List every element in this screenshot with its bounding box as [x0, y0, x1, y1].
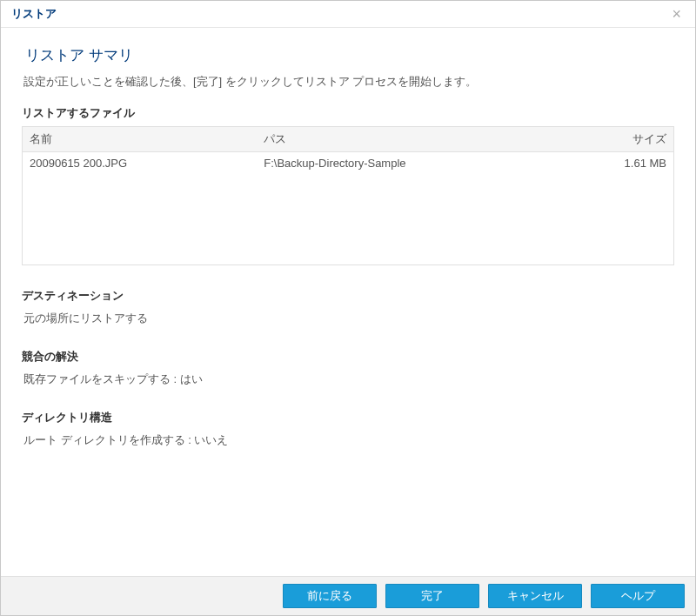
col-name[interactable]: 名前 — [23, 127, 257, 152]
destination-label: デスティネーション — [22, 288, 674, 304]
finish-button[interactable]: 完了 — [385, 584, 479, 608]
files-table-wrap[interactable]: 名前 パス サイズ 20090615 200.JPG F:\Backup-Dir… — [22, 126, 674, 265]
dialog-title: リストア — [11, 6, 57, 22]
page-heading: リストア サマリ — [25, 45, 674, 65]
back-button[interactable]: 前に戻る — [283, 584, 377, 608]
files-section: リストアするファイル 名前 パス サイズ — [22, 105, 674, 265]
titlebar: リストア × — [1, 1, 695, 28]
conflict-value: 既存ファイルをスキップする : はい — [23, 372, 674, 387]
conflict-section: 競合の解決 既存ファイルをスキップする : はい — [22, 349, 674, 387]
files-section-label: リストアするファイル — [22, 105, 674, 121]
directory-label: ディレクトリ構造 — [22, 410, 674, 425]
table-row[interactable]: 20090615 200.JPG F:\Backup-Directory-Sam… — [23, 152, 673, 175]
cell-path: F:\Backup-Directory-Sample — [257, 152, 569, 175]
directory-section: ディレクトリ構造 ルート ディレクトリを作成する : いいえ — [22, 410, 674, 448]
instruction-text: 設定が正しいことを確認した後、[完了] をクリックしてリストア プロセスを開始し… — [23, 74, 674, 90]
help-button[interactable]: ヘルプ — [591, 584, 685, 608]
destination-value: 元の場所にリストアする — [23, 311, 674, 326]
dialog-content: リストア サマリ 設定が正しいことを確認した後、[完了] をクリックしてリストア… — [1, 28, 695, 576]
dialog-footer: 前に戻る 完了 キャンセル ヘルプ — [1, 576, 695, 615]
close-icon[interactable]: × — [668, 6, 685, 22]
directory-value: ルート ディレクトリを作成する : いいえ — [23, 432, 674, 448]
conflict-label: 競合の解決 — [22, 349, 674, 365]
files-table: 名前 パス サイズ 20090615 200.JPG F:\Backup-Dir… — [23, 127, 673, 174]
restore-dialog: リストア × リストア サマリ 設定が正しいことを確認した後、[完了] をクリッ… — [0, 0, 696, 616]
cell-name: 20090615 200.JPG — [23, 152, 257, 175]
cell-size: 1.61 MB — [569, 152, 673, 175]
col-path[interactable]: パス — [257, 127, 569, 152]
cancel-button[interactable]: キャンセル — [488, 584, 582, 608]
col-size[interactable]: サイズ — [569, 127, 673, 152]
destination-section: デスティネーション 元の場所にリストアする — [22, 288, 674, 326]
